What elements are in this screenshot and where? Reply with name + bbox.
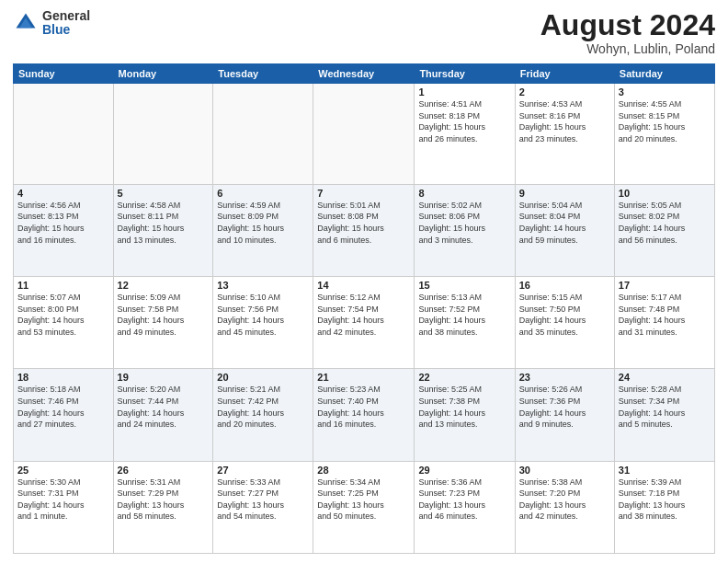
logo-text: General Blue xyxy=(42,9,90,38)
calendar-cell: 25Sunrise: 5:30 AMSunset: 7:31 PMDayligh… xyxy=(14,461,114,553)
day-info: Sunrise: 5:39 AMSunset: 7:18 PMDaylight:… xyxy=(619,477,711,523)
calendar-week-2: 4Sunrise: 4:56 AMSunset: 8:13 PMDaylight… xyxy=(14,184,715,276)
day-info: Sunrise: 4:58 AMSunset: 8:11 PMDaylight:… xyxy=(118,200,210,246)
calendar-cell: 15Sunrise: 5:13 AMSunset: 7:52 PMDayligh… xyxy=(415,277,515,369)
calendar-cell: 6Sunrise: 4:59 AMSunset: 8:09 PMDaylight… xyxy=(213,184,313,276)
day-number: 3 xyxy=(619,86,711,98)
calendar-cell: 16Sunrise: 5:15 AMSunset: 7:50 PMDayligh… xyxy=(515,277,614,369)
col-tuesday: Tuesday xyxy=(213,64,313,84)
col-sunday: Sunday xyxy=(14,64,114,84)
day-number: 27 xyxy=(217,465,309,476)
calendar-cell: 27Sunrise: 5:33 AMSunset: 7:27 PMDayligh… xyxy=(213,461,313,553)
day-number: 29 xyxy=(418,465,510,476)
logo-icon xyxy=(13,10,39,36)
calendar-cell: 11Sunrise: 5:07 AMSunset: 8:00 PMDayligh… xyxy=(14,277,114,369)
day-number: 25 xyxy=(17,465,109,476)
day-info: Sunrise: 5:26 AMSunset: 7:36 PMDaylight:… xyxy=(519,384,610,430)
day-number: 18 xyxy=(17,372,109,383)
day-number: 20 xyxy=(217,372,309,383)
day-number: 4 xyxy=(17,188,109,199)
calendar-cell: 28Sunrise: 5:34 AMSunset: 7:25 PMDayligh… xyxy=(313,461,415,553)
day-number: 21 xyxy=(317,372,410,383)
calendar-cell: 8Sunrise: 5:02 AMSunset: 8:06 PMDaylight… xyxy=(415,184,515,276)
day-number: 16 xyxy=(519,280,610,291)
day-info: Sunrise: 4:56 AMSunset: 8:13 PMDaylight:… xyxy=(17,200,109,246)
day-info: Sunrise: 5:05 AMSunset: 8:02 PMDaylight:… xyxy=(619,200,711,246)
day-info: Sunrise: 5:20 AMSunset: 7:44 PMDaylight:… xyxy=(118,384,210,430)
calendar-week-5: 25Sunrise: 5:30 AMSunset: 7:31 PMDayligh… xyxy=(14,461,715,553)
calendar-cell xyxy=(113,84,213,185)
col-thursday: Thursday xyxy=(415,64,515,84)
day-number: 6 xyxy=(217,188,309,199)
day-info: Sunrise: 5:04 AMSunset: 8:04 PMDaylight:… xyxy=(519,200,610,246)
day-info: Sunrise: 5:18 AMSunset: 7:46 PMDaylight:… xyxy=(17,384,109,430)
day-number: 9 xyxy=(519,188,610,199)
calendar-cell xyxy=(14,84,114,185)
day-info: Sunrise: 4:53 AMSunset: 8:16 PMDaylight:… xyxy=(519,98,610,144)
page: General Blue August 2024 Wohyn, Lublin, … xyxy=(0,0,728,563)
calendar-cell: 9Sunrise: 5:04 AMSunset: 8:04 PMDaylight… xyxy=(515,184,614,276)
day-number: 23 xyxy=(519,372,610,383)
day-number: 8 xyxy=(418,188,510,199)
calendar-cell: 12Sunrise: 5:09 AMSunset: 7:58 PMDayligh… xyxy=(113,277,213,369)
day-info: Sunrise: 4:55 AMSunset: 8:15 PMDaylight:… xyxy=(619,98,711,144)
title-block: August 2024 Wohyn, Lublin, Poland xyxy=(540,9,715,56)
day-number: 1 xyxy=(418,86,510,98)
day-number: 19 xyxy=(118,372,210,383)
day-number: 5 xyxy=(118,188,210,199)
calendar-cell: 17Sunrise: 5:17 AMSunset: 7:48 PMDayligh… xyxy=(614,277,714,369)
day-info: Sunrise: 5:30 AMSunset: 7:31 PMDaylight:… xyxy=(17,477,109,523)
calendar-cell: 5Sunrise: 4:58 AMSunset: 8:11 PMDaylight… xyxy=(113,184,213,276)
calendar-body: 1Sunrise: 4:51 AMSunset: 8:18 PMDaylight… xyxy=(14,84,715,554)
day-info: Sunrise: 5:17 AMSunset: 7:48 PMDaylight:… xyxy=(619,292,711,338)
calendar-cell: 30Sunrise: 5:38 AMSunset: 7:20 PMDayligh… xyxy=(515,461,614,553)
calendar-cell: 14Sunrise: 5:12 AMSunset: 7:54 PMDayligh… xyxy=(313,277,415,369)
day-info: Sunrise: 5:36 AMSunset: 7:23 PMDaylight:… xyxy=(418,477,510,523)
day-number: 17 xyxy=(619,280,711,291)
day-info: Sunrise: 4:59 AMSunset: 8:09 PMDaylight:… xyxy=(217,200,309,246)
day-number: 12 xyxy=(118,280,210,291)
day-number: 24 xyxy=(619,372,711,383)
day-info: Sunrise: 5:12 AMSunset: 7:54 PMDaylight:… xyxy=(317,292,410,338)
calendar-cell: 1Sunrise: 4:51 AMSunset: 8:18 PMDaylight… xyxy=(415,84,515,185)
day-number: 10 xyxy=(619,188,711,199)
calendar-week-4: 18Sunrise: 5:18 AMSunset: 7:46 PMDayligh… xyxy=(14,369,715,461)
logo-general-label: General xyxy=(42,9,90,23)
calendar-cell xyxy=(313,84,415,185)
calendar-cell: 24Sunrise: 5:28 AMSunset: 7:34 PMDayligh… xyxy=(614,369,714,461)
day-number: 26 xyxy=(118,465,210,476)
day-info: Sunrise: 5:23 AMSunset: 7:40 PMDaylight:… xyxy=(317,384,410,430)
day-info: Sunrise: 5:02 AMSunset: 8:06 PMDaylight:… xyxy=(418,200,510,246)
day-info: Sunrise: 5:13 AMSunset: 7:52 PMDaylight:… xyxy=(418,292,510,338)
calendar-cell: 10Sunrise: 5:05 AMSunset: 8:02 PMDayligh… xyxy=(614,184,714,276)
calendar-header: Sunday Monday Tuesday Wednesday Thursday… xyxy=(14,64,715,84)
calendar-cell: 7Sunrise: 5:01 AMSunset: 8:08 PMDaylight… xyxy=(313,184,415,276)
logo-blue-label: Blue xyxy=(42,23,90,37)
day-info: Sunrise: 5:07 AMSunset: 8:00 PMDaylight:… xyxy=(17,292,109,338)
day-number: 15 xyxy=(418,280,510,291)
day-info: Sunrise: 5:09 AMSunset: 7:58 PMDaylight:… xyxy=(118,292,210,338)
calendar-cell: 19Sunrise: 5:20 AMSunset: 7:44 PMDayligh… xyxy=(113,369,213,461)
calendar-cell: 2Sunrise: 4:53 AMSunset: 8:16 PMDaylight… xyxy=(515,84,614,185)
calendar-week-3: 11Sunrise: 5:07 AMSunset: 8:00 PMDayligh… xyxy=(14,277,715,369)
calendar-week-1: 1Sunrise: 4:51 AMSunset: 8:18 PMDaylight… xyxy=(14,84,715,185)
calendar-cell: 22Sunrise: 5:25 AMSunset: 7:38 PMDayligh… xyxy=(415,369,515,461)
calendar-cell: 13Sunrise: 5:10 AMSunset: 7:56 PMDayligh… xyxy=(213,277,313,369)
header-row: Sunday Monday Tuesday Wednesday Thursday… xyxy=(14,64,715,84)
calendar-cell: 26Sunrise: 5:31 AMSunset: 7:29 PMDayligh… xyxy=(113,461,213,553)
day-number: 14 xyxy=(317,280,410,291)
day-info: Sunrise: 5:33 AMSunset: 7:27 PMDaylight:… xyxy=(217,477,309,523)
calendar-cell: 29Sunrise: 5:36 AMSunset: 7:23 PMDayligh… xyxy=(415,461,515,553)
col-monday: Monday xyxy=(113,64,213,84)
location: Wohyn, Lublin, Poland xyxy=(540,41,715,56)
day-info: Sunrise: 5:38 AMSunset: 7:20 PMDaylight:… xyxy=(519,477,610,523)
calendar-table: Sunday Monday Tuesday Wednesday Thursday… xyxy=(13,63,715,554)
day-info: Sunrise: 4:51 AMSunset: 8:18 PMDaylight:… xyxy=(418,98,510,144)
header: General Blue August 2024 Wohyn, Lublin, … xyxy=(13,9,715,56)
day-info: Sunrise: 5:34 AMSunset: 7:25 PMDaylight:… xyxy=(317,477,410,523)
day-info: Sunrise: 5:28 AMSunset: 7:34 PMDaylight:… xyxy=(619,384,711,430)
calendar-cell: 21Sunrise: 5:23 AMSunset: 7:40 PMDayligh… xyxy=(313,369,415,461)
day-number: 7 xyxy=(317,188,410,199)
calendar-cell: 20Sunrise: 5:21 AMSunset: 7:42 PMDayligh… xyxy=(213,369,313,461)
calendar-cell: 4Sunrise: 4:56 AMSunset: 8:13 PMDaylight… xyxy=(14,184,114,276)
